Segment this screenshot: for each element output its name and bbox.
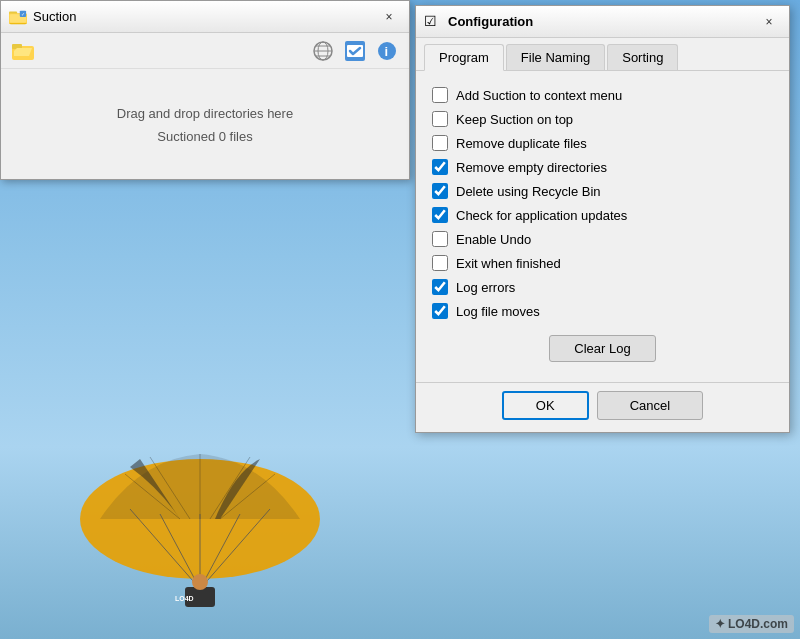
tab-file-naming[interactable]: File Naming	[506, 44, 605, 70]
checkbox-row-log-errors: Log errors	[432, 275, 773, 299]
config-tabs: Program File Naming Sorting	[416, 38, 789, 71]
watermark: ✦ LO4D.com	[709, 615, 794, 633]
checkbox-row-ctx-menu: Add Suction to context menu	[432, 83, 773, 107]
checkbox-row-remove-empty: Remove empty directories	[432, 155, 773, 179]
suction-window-icon: ✓	[9, 8, 27, 26]
remove-dup-checkbox[interactable]	[432, 135, 448, 151]
suctioned-files-label: Suctioned 0 files	[157, 129, 252, 144]
clear-log-button[interactable]: Clear Log	[549, 335, 655, 362]
config-window-icon: ☑	[424, 13, 442, 31]
open-folder-button[interactable]	[9, 37, 37, 65]
keep-top-checkbox[interactable]	[432, 111, 448, 127]
log-moves-label[interactable]: Log file moves	[456, 304, 540, 319]
suction-titlebar: ✓ Suction ×	[1, 1, 409, 33]
svg-point-7	[192, 574, 208, 590]
log-errors-label[interactable]: Log errors	[456, 280, 515, 295]
svg-text:✓: ✓	[21, 12, 25, 17]
checkbox-row-log-moves: Log file moves	[432, 299, 773, 323]
undo-label[interactable]: Enable Undo	[456, 232, 531, 247]
app-updates-label[interactable]: Check for application updates	[456, 208, 627, 223]
undo-checkbox[interactable]	[432, 231, 448, 247]
checkbox-row-keep-top: Keep Suction on top	[432, 107, 773, 131]
svg-text:LO4D: LO4D	[175, 595, 194, 602]
config-toolbar-button[interactable]	[341, 37, 369, 65]
remove-dup-label[interactable]: Remove duplicate files	[456, 136, 587, 151]
config-title: Configuration	[448, 14, 757, 29]
config-body: Add Suction to context menu Keep Suction…	[416, 71, 789, 382]
tab-sorting[interactable]: Sorting	[607, 44, 678, 70]
cancel-button[interactable]: Cancel	[597, 391, 703, 420]
keep-top-label[interactable]: Keep Suction on top	[456, 112, 573, 127]
checkbox-row-undo: Enable Undo	[432, 227, 773, 251]
app-updates-checkbox[interactable]	[432, 207, 448, 223]
ctx-menu-checkbox[interactable]	[432, 87, 448, 103]
drag-drop-label: Drag and drop directories here	[117, 106, 293, 121]
svg-text:i: i	[385, 43, 389, 58]
info-toolbar-button[interactable]: i	[373, 37, 401, 65]
remove-empty-label[interactable]: Remove empty directories	[456, 160, 607, 175]
suction-window: ✓ Suction ×	[0, 0, 410, 180]
exit-finished-checkbox[interactable]	[432, 255, 448, 271]
recycle-label[interactable]: Delete using Recycle Bin	[456, 184, 601, 199]
suction-toolbar: i	[1, 33, 409, 69]
suction-content: Drag and drop directories here Suctioned…	[1, 69, 409, 181]
checkbox-row-app-updates: Check for application updates	[432, 203, 773, 227]
exit-finished-label[interactable]: Exit when finished	[456, 256, 561, 271]
tab-program[interactable]: Program	[424, 44, 504, 71]
config-titlebar: ☑ Configuration ×	[416, 6, 789, 38]
checkbox-row-recycle: Delete using Recycle Bin	[432, 179, 773, 203]
checkbox-row-remove-dup: Remove duplicate files	[432, 131, 773, 155]
ok-button[interactable]: OK	[502, 391, 589, 420]
watermark-text: ✦ LO4D.com	[709, 615, 794, 633]
log-errors-checkbox[interactable]	[432, 279, 448, 295]
suction-close-button[interactable]: ×	[377, 5, 401, 29]
recycle-checkbox[interactable]	[432, 183, 448, 199]
parachute-image: LO4D	[60, 439, 340, 639]
config-footer: OK Cancel	[416, 382, 789, 432]
clear-log-area: Clear Log	[432, 335, 773, 362]
log-moves-checkbox[interactable]	[432, 303, 448, 319]
suction-title: Suction	[33, 9, 377, 24]
config-close-button[interactable]: ×	[757, 10, 781, 34]
ctx-menu-label[interactable]: Add Suction to context menu	[456, 88, 622, 103]
config-window: ☑ Configuration × Program File Naming So…	[415, 5, 790, 433]
remove-empty-checkbox[interactable]	[432, 159, 448, 175]
checkbox-row-exit-finished: Exit when finished	[432, 251, 773, 275]
globe-toolbar-button[interactable]	[309, 37, 337, 65]
